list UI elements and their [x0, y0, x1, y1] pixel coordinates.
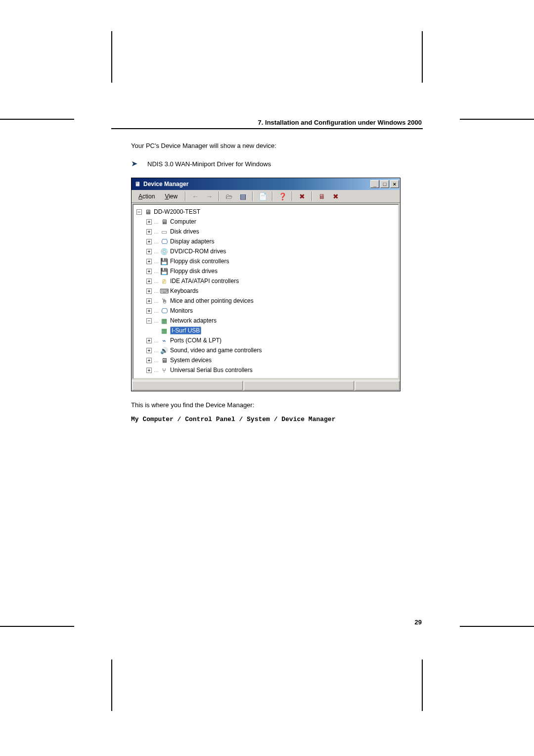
expand-icon[interactable]: +	[146, 259, 152, 264]
page-number: 29	[415, 618, 422, 626]
help-button[interactable]: ❓	[276, 191, 288, 202]
tree-item-computer[interactable]: +… 🖥 Computer	[135, 217, 396, 227]
tree-connector: …	[154, 239, 159, 244]
expand-icon[interactable]: +	[146, 338, 152, 343]
crop-mark	[0, 119, 74, 120]
tree-label: DVD/CD-ROM drives	[170, 248, 226, 255]
disk-icon: ▭	[160, 228, 168, 236]
tree-label: Floppy disk drives	[170, 268, 218, 275]
tree-label: Floppy disk controllers	[170, 258, 229, 265]
expand-icon[interactable]: +	[146, 308, 152, 314]
app-icon: 🖥	[134, 180, 141, 188]
forward-button[interactable]: →	[203, 191, 215, 202]
expand-icon[interactable]: +	[146, 269, 152, 274]
tree-item-keyboards[interactable]: +… ⌨ Keyboards	[135, 286, 396, 296]
crop-mark	[111, 660, 112, 711]
intro-text: Your PC's Device Manager will show a new…	[131, 142, 423, 149]
expand-icon[interactable]: +	[146, 348, 152, 353]
scan-button[interactable]: 🖥	[316, 191, 328, 202]
separator	[312, 191, 312, 201]
expand-icon[interactable]: +	[146, 249, 152, 254]
expand-icon[interactable]: +	[146, 358, 152, 363]
tree-label: Keyboards	[170, 287, 198, 294]
collapse-icon[interactable]: −	[136, 209, 142, 215]
tree-connector: …	[154, 348, 159, 353]
props-button[interactable]: 📄	[257, 191, 268, 202]
tree-label: Display adapters	[170, 238, 214, 245]
device-manager-window: 🖥 Device Manager _ □ × Action View ← → 🗁…	[131, 178, 400, 391]
window-title: Device Manager	[143, 181, 370, 188]
tree-item-floppy-drv[interactable]: +… 💾 Floppy disk drives	[135, 266, 396, 276]
controller-icon: ⎚	[160, 277, 168, 285]
collapse-icon[interactable]: −	[146, 318, 152, 324]
network-adapter-icon: ▦	[160, 327, 168, 334]
tree-item-ide[interactable]: +… ⎚ IDE ATA/ATAPI controllers	[135, 276, 396, 286]
tree-root[interactable]: − 🖥 DD-W2000-TEST	[135, 207, 396, 217]
expand-icon[interactable]: +	[146, 279, 152, 284]
back-button[interactable]: ←	[189, 191, 201, 202]
tree-connector: …	[154, 308, 159, 314]
folder-button[interactable]: 🗁	[223, 191, 235, 202]
tree-label-selected: I-Surf USB	[170, 327, 201, 334]
menu-action[interactable]: Action	[134, 192, 159, 201]
separator	[252, 191, 253, 201]
separator	[272, 191, 273, 201]
tree-item-floppy-ctrl[interactable]: +… 💾 Floppy disk controllers	[135, 256, 396, 266]
expand-icon[interactable]: +	[146, 368, 152, 373]
minimize-button[interactable]: _	[370, 180, 379, 188]
expand-icon[interactable]: +	[146, 298, 152, 304]
status-pane	[244, 381, 355, 390]
expand-icon[interactable]: +	[146, 219, 152, 225]
tree-connector: …	[154, 318, 159, 324]
tree-item-usb[interactable]: +… ⑂ Universal Serial Bus controllers	[135, 365, 396, 375]
tree-label: Ports (COM & LPT)	[170, 337, 222, 344]
crop-mark	[460, 626, 534, 627]
sound-icon: 🔊	[160, 346, 168, 354]
port-icon: ⌁	[160, 336, 168, 344]
keyboard-icon: ⌨	[160, 287, 168, 295]
tree-item-monitors[interactable]: +… 🖵 Monitors	[135, 306, 396, 316]
tree-label: Computer	[170, 218, 196, 225]
tree-item-ports[interactable]: +… ⌁ Ports (COM & LPT)	[135, 335, 396, 345]
display-icon: 🖵	[160, 237, 168, 245]
chapter-title: 7. Installation and Configuration under …	[111, 119, 423, 129]
tree-connector: …	[154, 229, 159, 235]
list-button[interactable]: ▤	[237, 191, 249, 202]
tree-label: Network adapters	[170, 317, 217, 324]
remove-button[interactable]: ✖	[330, 191, 342, 202]
stop-button[interactable]: ✖	[296, 191, 308, 202]
crop-mark	[422, 31, 423, 83]
maximize-button[interactable]: □	[380, 180, 389, 188]
tree-label: System devices	[170, 357, 212, 364]
crop-mark	[111, 31, 112, 83]
close-button[interactable]: ×	[390, 180, 399, 188]
menu-view[interactable]: View	[161, 192, 181, 201]
expand-icon[interactable]: +	[146, 229, 152, 235]
system-icon: 🖥	[160, 356, 168, 364]
crop-mark	[422, 660, 423, 711]
tree-item-mice[interactable]: +… 🖱 Mice and other pointing devices	[135, 296, 396, 306]
status-pane	[355, 381, 400, 390]
expand-icon[interactable]: +	[146, 239, 152, 244]
tree-label: IDE ATA/ATAPI controllers	[170, 278, 239, 284]
menu-toolbar: Action View ← → 🗁 ▤ 📄 ❓ ✖ 🖥 ✖	[132, 190, 400, 203]
device-tree[interactable]: − 🖥 DD-W2000-TEST +… 🖥 Computer +… ▭ Dis…	[133, 204, 399, 379]
tree-item-sound[interactable]: +… 🔊 Sound, video and game controllers	[135, 345, 396, 355]
tree-connector: …	[154, 368, 159, 373]
tree-item-disk[interactable]: +… ▭ Disk drives	[135, 227, 396, 236]
tree-item-system[interactable]: +… 🖥 System devices	[135, 355, 396, 365]
computer-icon: 🖥	[160, 218, 168, 226]
tree-item-network[interactable]: −… ▦ Network adapters	[135, 316, 396, 326]
tree-item-isurf[interactable]: ▦ I-Surf USB	[135, 326, 396, 335]
tree-item-dvd[interactable]: +… 💿 DVD/CD-ROM drives	[135, 246, 396, 256]
tree-item-display[interactable]: +… 🖵 Display adapters	[135, 236, 396, 246]
tree-connector: …	[154, 338, 159, 343]
separator	[219, 191, 220, 201]
window-titlebar[interactable]: 🖥 Device Manager _ □ ×	[132, 178, 400, 190]
tree-connector: …	[154, 249, 159, 254]
tree-connector: …	[154, 279, 159, 284]
cd-icon: 💿	[160, 247, 168, 255]
crop-mark	[0, 626, 74, 627]
after-text: This is where you find the Device Manage…	[131, 401, 423, 409]
expand-icon[interactable]: +	[146, 288, 152, 294]
